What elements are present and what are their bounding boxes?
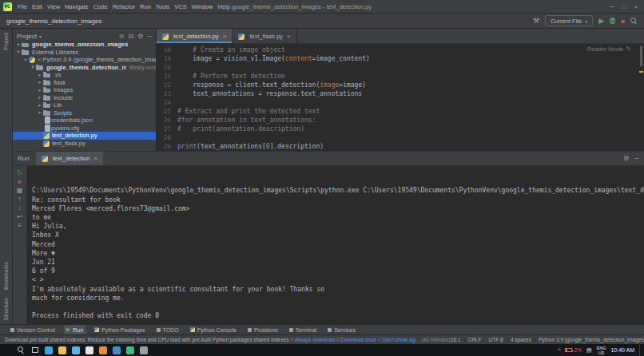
tree-item-lib[interactable]: ▸Lib [13,101,156,109]
project-panel-title[interactable]: Project [17,33,37,40]
prev-occurrence-icon[interactable]: ↑ [14,195,26,203]
chevron-right-icon[interactable]: ▸ [37,72,43,78]
tool-strip-project[interactable]: Project [3,33,9,50]
scroll-to-end-icon[interactable]: ≡ [14,221,26,229]
chevron-right-icon[interactable]: ▸ [37,94,43,101]
toolwindow-button-run[interactable]: ▶Run [64,325,85,334]
menu-refactor[interactable]: Refactor [110,3,137,10]
breadcrumb-project[interactable]: google_themis_detection_images [6,18,101,25]
pycharm-logo-icon[interactable]: PC [3,2,12,11]
tree-item-python-3-9-google-themis-detection-images[interactable]: ▾< Python 3.9 (google_themis_detection_i… [13,56,156,64]
line-number-gutter[interactable]: 27 [157,125,177,133]
tree-item-flask[interactable]: ▸flask [13,79,156,87]
menu-navigate[interactable]: Navigate [62,3,91,10]
language-indicator[interactable]: ENG US [597,346,606,355]
code-editor[interactable]: 18 # Create an image object19 image = vi… [157,44,644,151]
hide-panel-icon[interactable]: ─ [634,155,639,162]
settings-icon[interactable]: ⚙ [137,33,143,40]
stop-icon[interactable]: ■ [14,177,26,185]
minimize-window-button[interactable]: ─ [610,3,614,10]
taskbar-app-outlook-icon[interactable] [110,344,122,356]
taskbar-app-misc-icon[interactable] [137,344,149,356]
tool-strip-structure[interactable]: Structure [3,298,9,320]
taskbar-task-view-icon[interactable] [29,344,41,356]
editor-scrollbar[interactable] [640,45,642,66]
toolwindow-button-python-packages[interactable]: Python Packages [92,325,147,334]
taskbar-app-file-explorer-icon[interactable] [56,344,68,356]
line-number-gutter[interactable]: 22 [157,81,177,89]
chevron-down-icon[interactable]: ▾ [15,49,22,55]
tree-item-google-themis-detection-images[interactable]: ▾google_themis_detection_imageslibrary r… [13,64,156,72]
tree-item-text-flask-py[interactable]: text_flask.py [13,140,156,148]
tree-item-include[interactable]: ▸Include [13,94,156,102]
reader-mode-toggle[interactable]: Reader Mode ✎ [587,45,631,53]
run-tab-text-detection[interactable]: text_detection × [36,152,103,165]
chevron-right-icon[interactable]: ▸ [37,79,43,85]
toolwindow-button-terminal[interactable]: Terminal [287,325,319,334]
hide-panel-icon[interactable]: ─ [147,33,152,40]
status-link-always-download[interactable]: Always download [295,337,335,342]
editor-tab-text-detection-py[interactable]: text_detection.py× [157,29,233,43]
status-crlf[interactable]: CRLF [467,337,481,342]
restore-layout-icon[interactable]: ▦ [14,186,26,194]
tool-strip-bookmarks[interactable]: Bookmarks [3,262,9,290]
taskbar-clock[interactable]: 10:40 AM [610,347,634,353]
stop-button[interactable]: ■ [621,18,625,25]
status-link-download-once[interactable]: Download once [340,337,376,342]
chevron-down-icon[interactable]: ▾ [22,57,29,63]
toolwindow-button-todo[interactable]: TODO [154,325,181,334]
next-occurrence-icon[interactable]: ↓ [14,204,26,212]
toolwindow-button-version-control[interactable]: Version Control [8,325,58,334]
rerun-icon[interactable]: ↻ [14,168,26,176]
line-number-gutter[interactable]: 18 [157,45,177,54]
line-number-gutter[interactable]: 24 [157,98,177,107]
taskbar-app-chrome-icon[interactable] [83,344,95,356]
status-link-don-t-show-ag[interactable]: Don't show ag... [382,337,419,342]
close-tab-icon[interactable]: × [223,33,227,40]
tree-item-scripts[interactable]: ▸Scripts [13,109,156,117]
line-number-gutter[interactable]: 28 [157,133,177,142]
taskbar-app-firefox-icon[interactable] [97,344,109,356]
line-number-gutter[interactable]: 20 [157,63,177,72]
menu-code[interactable]: Code [91,3,110,10]
status-4-spaces[interactable]: 4 spaces [511,337,531,342]
line-number-gutter[interactable]: 21 [157,72,177,81]
chevron-right-icon[interactable]: ▸ [37,87,43,93]
tree-item-external-libraries[interactable]: ▾External Libraries [13,49,156,57]
chevron-down-icon[interactable]: ▾ [39,34,42,39]
menu-run[interactable]: Run [137,3,153,10]
taskbar-search-icon[interactable] [15,344,27,356]
collapse-all-icon[interactable]: ⊟ [128,33,133,40]
show-desktop-button[interactable] [639,344,642,356]
battery-indicator[interactable]: 2% [565,347,581,353]
menu-help[interactable]: Help [215,3,232,10]
toolwindow-button-services[interactable]: Services [325,325,358,334]
line-number-gutter[interactable]: 23 [157,89,177,98]
chevron-down-icon[interactable]: ▾ [15,43,22,48]
taskbar-start-icon[interactable] [2,344,14,356]
tray-expand-icon[interactable]: ^ [558,347,560,353]
run-button[interactable]: ▶ [598,17,604,25]
status-16-1[interactable]: 16:1 [451,337,461,342]
menu-file[interactable]: File [15,3,30,10]
menu-edit[interactable]: Edit [30,3,45,10]
status-utf-8[interactable]: UTF-8 [488,337,503,342]
line-number-gutter[interactable]: 25 [157,107,177,116]
close-tab-icon[interactable]: × [93,155,97,162]
tree-item-pyvenv-cfg[interactable]: pyvenv.cfg [13,125,156,133]
tree-item-text-detection-py[interactable]: text_detection.py [13,132,156,140]
run-config-selector[interactable]: Current File ▾ [545,15,593,26]
chevron-right-icon[interactable]: ▸ [37,109,43,116]
menu-vcs[interactable]: VCS [172,3,189,10]
taskbar-app-store-icon[interactable] [70,344,81,356]
editor-tab-text-flask-py[interactable]: text_flask.py× [233,29,296,43]
edit-pencil-icon[interactable]: ✎ [626,45,631,53]
taskbar-app-pycharm-icon[interactable] [124,344,136,356]
tree-item-credentials-json[interactable]: credentials.json [13,117,156,125]
close-tab-icon[interactable]: × [287,33,291,40]
menu-tools[interactable]: Tools [153,3,173,10]
tree-item-vs[interactable]: ▸.vs [13,71,156,79]
settings-icon[interactable]: ⚙ [623,155,629,162]
search-everywhere-icon[interactable] [630,18,638,25]
locate-file-icon[interactable]: ⊙ [119,33,125,40]
